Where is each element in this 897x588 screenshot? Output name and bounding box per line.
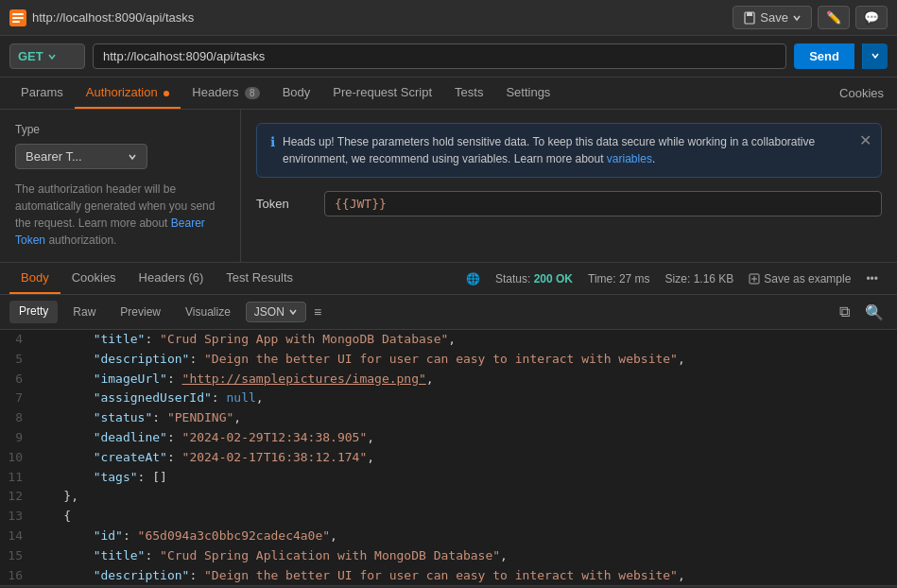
- json-plain: ,: [678, 568, 685, 582]
- json-plain: ,: [426, 372, 434, 386]
- json-plain: [34, 332, 94, 346]
- json-plain: [34, 430, 94, 444]
- svg-rect-2: [12, 17, 24, 19]
- comment-button[interactable]: 💬: [855, 6, 888, 29]
- send-dropdown-button[interactable]: [862, 43, 888, 69]
- code-line: 5 "description": "Deign the better UI fo…: [0, 350, 897, 370]
- token-label: Token: [256, 197, 313, 211]
- edit-button[interactable]: ✏️: [818, 6, 850, 29]
- json-plain: :: [152, 410, 167, 424]
- code-line: 7 "assignedUserId": null,: [0, 389, 897, 408]
- json-plain: [34, 568, 94, 582]
- viewer-tab-visualize[interactable]: Visualize: [176, 302, 240, 322]
- send-button[interactable]: Send: [794, 43, 854, 69]
- logo-icon: [9, 9, 26, 26]
- tab-params[interactable]: Params: [9, 78, 75, 109]
- top-bar-url: http://localhost:8090/api/tasks: [32, 10, 194, 25]
- tab-headers[interactable]: Headers 8: [181, 78, 270, 109]
- code-line: 4 "title": "Crud Spring App with MongoDB…: [0, 330, 897, 350]
- response-status-bar: 🌐 Status: 200 OK Time: 27 ms Size: 1.16 …: [457, 272, 888, 285]
- json-plain: :: [189, 352, 204, 366]
- save-example-icon: [749, 273, 760, 285]
- response-tab-headers[interactable]: Headers (6): [128, 263, 216, 294]
- copy-button[interactable]: ⧉: [836, 302, 854, 323]
- format-select[interactable]: JSON: [246, 302, 306, 322]
- token-row: Token: [256, 191, 882, 216]
- json-string: "Crud Spring Aplication with MongoDB Dat…: [160, 548, 500, 562]
- json-plain: [34, 470, 94, 484]
- token-input[interactable]: [324, 191, 882, 216]
- tab-pre-request[interactable]: Pre-request Script: [321, 78, 443, 109]
- chevron-down-icon: [792, 13, 802, 23]
- method-select[interactable]: GET: [9, 43, 85, 69]
- json-key: "assignedUserId": [94, 390, 212, 405]
- json-keyword: null: [227, 390, 256, 405]
- tab-body[interactable]: Body: [271, 78, 322, 109]
- status-label: Status: 200 OK: [495, 272, 573, 285]
- code-line: 12 },: [0, 487, 897, 507]
- time-label: Time: 27 ms: [588, 272, 650, 285]
- code-line: 16 "description": "Deign the better UI f…: [0, 566, 897, 586]
- json-plain: ,: [330, 528, 337, 543]
- info-close-button[interactable]: ✕: [859, 131, 871, 149]
- viewer-tab-pretty[interactable]: Pretty: [9, 301, 58, 323]
- search-button[interactable]: 🔍: [861, 302, 888, 323]
- json-plain: ,: [233, 410, 241, 424]
- json-key: "status": [94, 410, 153, 424]
- code-line: 15 "title": "Crud Spring Aplication with…: [0, 546, 897, 566]
- cookies-link[interactable]: Cookies: [836, 78, 888, 108]
- json-plain: :: [123, 528, 138, 543]
- viewer-tab-raw[interactable]: Raw: [63, 302, 105, 322]
- top-bar: http://localhost:8090/api/tasks Save ✏️ …: [0, 0, 897, 36]
- json-plain: },: [63, 489, 78, 503]
- code-line: 11 "tags": []: [0, 468, 897, 488]
- json-plain: :: [145, 332, 160, 346]
- top-bar-actions: Save ✏️ 💬: [733, 6, 888, 29]
- save-button[interactable]: Save: [733, 6, 812, 29]
- json-url: "http://samplepictures/image.png": [182, 372, 426, 386]
- filter-icon[interactable]: ≡: [314, 304, 321, 320]
- json-plain: [34, 528, 94, 543]
- json-key: "description": [94, 568, 190, 582]
- code-line: 9 "deadline": "2024-02-29T12:34:38.905",: [0, 428, 897, 448]
- viewer-actions: ⧉ 🔍: [836, 302, 888, 323]
- type-select[interactable]: Bearer T...: [15, 144, 147, 169]
- code-line: 13 {: [0, 507, 897, 527]
- response-tab-body[interactable]: Body: [9, 263, 60, 294]
- json-plain: ,: [448, 332, 456, 346]
- code-line: 10 "createAt": "2024-02-17T16:38:12.174"…: [0, 448, 897, 468]
- tab-settings[interactable]: Settings: [494, 78, 561, 109]
- save-example-button[interactable]: Save as example: [749, 272, 851, 285]
- json-string: "Deign the better UI for user can easy t…: [204, 568, 678, 582]
- auth-section: Type Bearer T... The authorization heade…: [0, 110, 897, 263]
- code-line: 8 "status": "PENDING",: [0, 408, 897, 428]
- auth-right-panel: ℹ Heads up! These parameters hold sensit…: [241, 110, 897, 262]
- json-key: "description": [94, 352, 190, 366]
- code-area: 4 "title": "Crud Spring App with MongoDB…: [0, 330, 897, 585]
- svg-rect-3: [12, 21, 20, 23]
- json-string: "PENDING": [167, 410, 233, 424]
- response-tab-test-results[interactable]: Test Results: [215, 263, 304, 294]
- viewer-tab-preview[interactable]: Preview: [111, 302, 170, 322]
- json-plain: :: [167, 372, 182, 386]
- type-label: Type: [15, 123, 225, 136]
- method-chevron-icon: [47, 52, 57, 61]
- json-plain: :: [167, 450, 182, 464]
- json-key: "title": [94, 548, 146, 562]
- tab-tests[interactable]: Tests: [443, 78, 494, 109]
- code-line: 6 "imageUrl": "http://samplepictures/ima…: [0, 370, 897, 389]
- json-plain: {: [63, 509, 71, 523]
- json-key: "imageUrl": [94, 372, 167, 386]
- response-tabs: Body Cookies Headers (6) Test Results 🌐 …: [0, 263, 897, 295]
- json-plain: :: [167, 430, 182, 444]
- response-tab-cookies[interactable]: Cookies: [60, 263, 128, 294]
- tab-authorization[interactable]: Authorization: [75, 78, 181, 109]
- json-string: "2024-02-17T16:38:12.174": [182, 450, 368, 464]
- json-plain: : []: [138, 470, 167, 484]
- url-input[interactable]: [93, 43, 786, 69]
- json-key: "id": [94, 528, 123, 543]
- svg-rect-1: [12, 13, 24, 15]
- more-options-button[interactable]: •••: [866, 272, 878, 285]
- json-plain: [34, 410, 94, 424]
- variables-link[interactable]: variables: [607, 152, 652, 165]
